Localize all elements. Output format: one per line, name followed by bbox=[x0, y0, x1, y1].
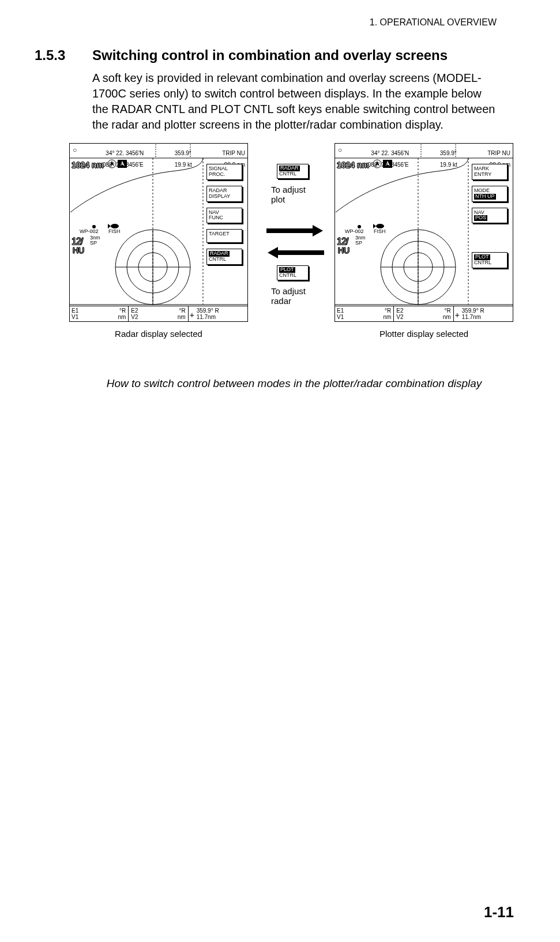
body-paragraph: A soft key is provided in relevant combi… bbox=[92, 70, 497, 133]
plot-cntrl-key[interactable]: PLOTCNTRL bbox=[277, 265, 309, 280]
softkey-nav-func[interactable]: NAVFUNC bbox=[206, 208, 242, 224]
heading-speed: 359.9° 19.9 kt bbox=[159, 145, 192, 174]
adjust-plot-label: To adjust plot bbox=[271, 185, 306, 205]
ebl1-box: E1°R V1nm bbox=[69, 306, 129, 322]
ebl1-box: E1°R V1nm bbox=[335, 306, 394, 322]
page-number: 1-11 bbox=[484, 903, 514, 921]
adjust-radar-label: To adjust radar bbox=[271, 286, 306, 306]
lat: 34° 22. 3456'N bbox=[103, 150, 144, 156]
section-title: Switching control in combination and ove… bbox=[92, 47, 448, 63]
softkey-signal-proc[interactable]: SIGNALPROC. bbox=[206, 164, 242, 180]
svg-point-5 bbox=[111, 224, 119, 228]
chart-scale: 1024 nm bbox=[337, 160, 369, 170]
section-number: 1.5.3 bbox=[35, 47, 92, 63]
softkey-nav-pos[interactable]: NAVPOS bbox=[472, 208, 508, 224]
topbar: ○ 34° 22. 3456'N 080° 22. 3456'E 359.9° … bbox=[335, 143, 513, 158]
center-annotations: RADARCNTRL To adjust plot PLOTCNTRL To a… bbox=[255, 143, 330, 322]
lon: 080° 22. 3456'E bbox=[103, 162, 144, 168]
cursor-box: + 359.9° R 11.7nm bbox=[189, 306, 248, 322]
fish-label: FISH bbox=[374, 228, 386, 234]
softkey-target[interactable]: TARGET bbox=[206, 229, 242, 243]
cursor-box: + 359.9° R 11.7nm bbox=[454, 306, 513, 322]
arrow-right-icon bbox=[266, 225, 324, 237]
heading-speed: 359.9° 19.9 kt bbox=[424, 145, 457, 174]
spd: 19.9 kt bbox=[175, 162, 192, 168]
gps-icon: ○ bbox=[338, 147, 342, 153]
running-header: 1. OPERATIONAL OVERVIEW bbox=[35, 17, 497, 28]
range-sub: 3nm SP bbox=[355, 235, 366, 246]
softkey-blank bbox=[472, 229, 508, 246]
orientation-mode: HU bbox=[73, 246, 84, 255]
softkey-mark-entry[interactable]: MARKENTRY bbox=[472, 164, 508, 180]
ebl2-box: E2°R V2nm bbox=[394, 306, 453, 322]
chart-scale: 1024 nm bbox=[72, 160, 104, 170]
range-sub: 3nm SP bbox=[90, 235, 100, 246]
figure-caption: How to switch control between modes in t… bbox=[92, 377, 496, 390]
left-panel-caption: Radar display selected bbox=[69, 329, 248, 339]
figure: ○ 34° 22. 3456'N 080° 22. 3456'E 359.9° … bbox=[69, 143, 519, 356]
ebl2-box: E2°R V2nm bbox=[129, 306, 188, 322]
softkey-column: SIGNALPROC. RADARDISPLAY NAVFUNC TARGET … bbox=[206, 164, 242, 265]
trip-label: TRIP NU bbox=[222, 150, 245, 156]
cursor-plus-icon: + bbox=[190, 311, 194, 320]
softkey-plot-cntrl[interactable]: PLOTCNTRL bbox=[472, 252, 508, 268]
gps-icon: ○ bbox=[73, 147, 77, 153]
right-panel-caption: Plotter display selected bbox=[335, 329, 513, 339]
arrow-left-icon bbox=[266, 247, 324, 258]
cursor-plus-icon: + bbox=[455, 311, 460, 320]
topbar: ○ 34° 22. 3456'N 080° 22. 3456'E 359.9° … bbox=[69, 143, 248, 158]
softkey-radar-display[interactable]: RADARDISPLAY bbox=[206, 186, 242, 202]
right-display-panel: ○ 34° 22. 3456'N 080° 22. 3456'E 359.9° … bbox=[335, 143, 513, 339]
waypoint-label: WP-002 bbox=[80, 228, 99, 234]
section-header: 1.5.3 Switching control in combination a… bbox=[35, 47, 497, 63]
radar-cntrl-key[interactable]: RADARCNTRL bbox=[277, 164, 309, 179]
hdg: 359.9° bbox=[175, 150, 191, 156]
left-display-panel: ○ 34° 22. 3456'N 080° 22. 3456'E 359.9° … bbox=[69, 143, 248, 339]
fish-label: FISH bbox=[108, 228, 121, 234]
svg-point-21 bbox=[376, 224, 384, 228]
orientation-mode: HU bbox=[338, 246, 349, 255]
page: 1. OPERATIONAL OVERVIEW 1.5.3 Switching … bbox=[0, 0, 560, 942]
softkey-column: MARKENTRY MODENTH UP NAVPOS PLOTCNTRL bbox=[472, 164, 508, 268]
softkey-mode-nthup[interactable]: MODENTH UP bbox=[472, 186, 508, 202]
data-boxes: E1°R V1nm E2°R V2nm + 359.9° R 11.7nm bbox=[69, 306, 248, 322]
waypoint-label: WP-002 bbox=[345, 228, 364, 234]
softkey-radar-cntrl[interactable]: RADARCNTRL bbox=[206, 249, 242, 265]
data-boxes: E1°R V1nm E2°R V2nm + 359.9° R 11.7nm bbox=[335, 306, 513, 322]
